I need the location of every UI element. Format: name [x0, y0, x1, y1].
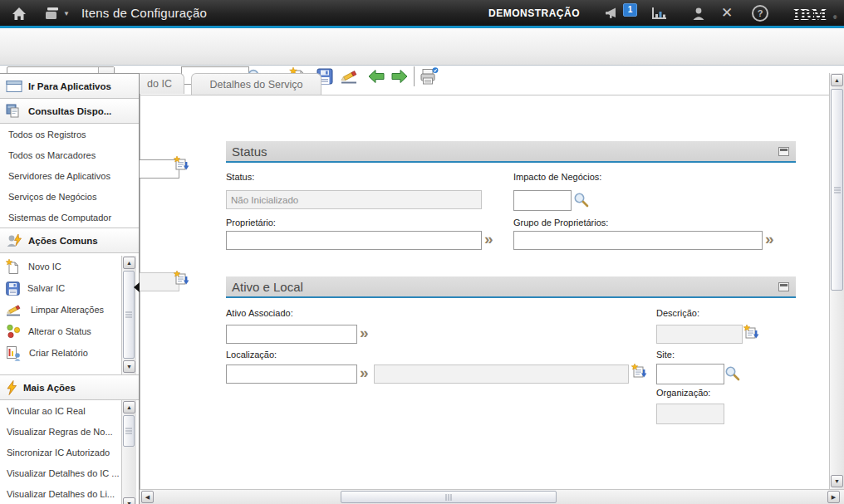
tab-detalhes-do-servico[interactable]: Detalhes do Serviço — [191, 73, 321, 95]
status-label: Status: — [226, 172, 254, 182]
scroll-up-icon[interactable]: ▲ — [123, 257, 135, 269]
ativo-detail-chevrons-icon[interactable]: » — [360, 325, 367, 340]
new-document-icon — [6, 259, 21, 275]
sidebar-item-sistemas-de-computador[interactable]: Sistemas de Computador — [0, 207, 139, 228]
common-actions-scrollbar[interactable]: ▲ ▼ — [121, 256, 136, 374]
tab-baseline — [140, 95, 829, 95]
long-description-icon[interactable] — [174, 156, 189, 175]
sidebar-common-actions-header[interactable]: Ações Comuns — [0, 228, 139, 253]
action-visualizar-detalhes-li[interactable]: Visualizar Detalhes do Li... — [0, 483, 139, 504]
organizacao-input — [656, 404, 724, 424]
sidebar-item-servicos-de-negocios[interactable]: Serviços de Negócios — [0, 186, 139, 207]
action-visualizar-detalhes-ic[interactable]: Visualizar Detalhes do IC ... — [0, 462, 139, 483]
localizacao-label: Localização: — [226, 350, 277, 360]
proprietario-label: Proprietário: — [226, 218, 276, 228]
scroll-down-icon[interactable]: ▼ — [123, 360, 135, 373]
ibm-logo: IBM — [793, 6, 827, 24]
site-input[interactable] — [656, 364, 724, 384]
sidebar: Ir Para Aplicativos Consultas Dispo... T… — [0, 73, 140, 504]
status-section-header[interactable]: Status — [226, 141, 796, 163]
close-icon[interactable]: ✕ — [718, 5, 736, 22]
announcements-icon[interactable] — [604, 5, 622, 22]
sidebar-collapse-icon[interactable] — [134, 282, 140, 292]
clear-changes-icon — [6, 302, 23, 317]
page-title: Itens de Configuração — [81, 6, 207, 20]
action-alterar-o-status[interactable]: Alterar o Status — [0, 321, 139, 342]
ativo-section-header[interactable]: Ativo e Local — [226, 276, 796, 298]
horizontal-scrollbar-thumb[interactable] — [341, 491, 557, 503]
toolbar: ▼ Localizar: ▼ — [0, 28, 844, 66]
impacto-input[interactable] — [513, 190, 572, 211]
scroll-up-icon[interactable]: ▲ — [123, 401, 135, 413]
action-vincular-ao-ic-real[interactable]: Vincular ao IC Real — [0, 400, 139, 421]
site-lookup-icon[interactable] — [724, 365, 740, 384]
change-status-icon — [6, 324, 21, 339]
long-description-icon[interactable] — [631, 364, 647, 383]
notification-badge: 1 — [623, 3, 637, 17]
status-input — [226, 190, 482, 209]
scroll-up-icon[interactable]: ▲ — [831, 74, 843, 86]
vertical-scrollbar-thumb[interactable] — [831, 89, 843, 291]
localizacao-detail-chevrons-icon[interactable]: » — [360, 365, 367, 380]
action-visualizar-regras[interactable]: Visualizar Regras de No... — [0, 421, 139, 442]
long-description-icon[interactable] — [174, 271, 189, 290]
scroll-right-icon[interactable]: ▶ — [827, 491, 840, 503]
grupo-detail-chevrons-icon[interactable]: » — [765, 232, 773, 247]
sidebar-goto-header[interactable]: Ir Para Aplicativos — [0, 74, 139, 99]
print-icon[interactable] — [419, 66, 440, 87]
ibm-logo-registered: ® — [833, 15, 837, 20]
long-description-icon[interactable] — [743, 325, 759, 344]
top-bar: ▼ Itens de Configuração DEMONSTRAÇÃO 1 ✕… — [0, 0, 844, 26]
sidebar-item-todos-os-registros[interactable]: Todos os Registros — [0, 124, 139, 144]
proprietario-detail-chevrons-icon[interactable]: » — [484, 232, 492, 247]
action-sincronizar-ic-autorizado[interactable]: Sincronizar IC Autorizado — [0, 442, 139, 462]
application-window: ▼ Itens de Configuração DEMONSTRAÇÃO 1 ✕… — [0, 0, 844, 504]
more-actions-scroll-thumb[interactable] — [123, 415, 135, 447]
goto-menu-icon[interactable]: ▼ — [43, 5, 71, 22]
common-actions-scroll-thumb[interactable] — [123, 271, 135, 359]
grupo-input[interactable] — [513, 231, 763, 250]
scroll-down-icon[interactable]: ▼ — [123, 497, 135, 504]
next-record-icon[interactable] — [389, 66, 410, 87]
user-icon[interactable] — [689, 5, 708, 22]
impacto-lookup-icon[interactable] — [573, 192, 589, 211]
action-limpar-alteracoes[interactable]: Limpar Alterações — [0, 299, 139, 321]
sidebar-item-todos-os-marcadores[interactable]: Todos os Marcadores — [0, 144, 139, 165]
create-report-icon — [6, 345, 22, 361]
home-icon[interactable] — [10, 5, 28, 22]
chevron-down-icon: ▼ — [63, 10, 70, 17]
organizacao-label: Organização: — [656, 388, 710, 398]
collapse-section-icon[interactable] — [778, 147, 789, 156]
save-icon — [6, 281, 20, 296]
more-actions-list: Vincular ao IC Real Visualizar Regras de… — [0, 400, 139, 504]
vertical-scrollbar[interactable]: ▲ ▼ — [829, 73, 844, 489]
previous-record-icon[interactable] — [366, 66, 387, 87]
common-actions-list: Novo IC Salvar IC Limpar Alterações Alte… — [0, 256, 139, 374]
horizontal-scrollbar[interactable]: ◀ ▶ — [140, 489, 844, 504]
action-criar-relatorio[interactable]: Criar Relatório — [0, 342, 139, 364]
localizacao-descricao-input — [374, 365, 629, 384]
common-actions-icon — [6, 233, 22, 248]
descricao-input — [656, 325, 743, 344]
impacto-label: Impacto de Negócios: — [513, 172, 601, 182]
descricao-label: Descrição: — [656, 308, 699, 318]
action-salvar-ic[interactable]: Salvar IC — [0, 277, 139, 299]
action-novo-ic[interactable]: Novo IC — [0, 256, 139, 277]
sidebar-more-actions-header[interactable]: Mais Ações — [0, 374, 139, 400]
clear-changes-icon[interactable] — [339, 66, 361, 87]
application-window-icon — [6, 80, 22, 93]
sidebar-queries-header[interactable]: Consultas Dispo... — [0, 99, 139, 124]
toolbar-divider — [414, 66, 415, 86]
grupo-label: Grupo de Proprietários: — [513, 218, 608, 228]
sidebar-item-servidores-de-aplicativos[interactable]: Servidores de Aplicativos — [0, 165, 139, 186]
scroll-down-icon[interactable]: ▼ — [831, 475, 843, 487]
more-actions-icon — [6, 380, 17, 395]
proprietario-input[interactable] — [226, 231, 482, 250]
ativo-associado-input[interactable] — [226, 325, 357, 344]
collapse-section-icon[interactable] — [778, 282, 789, 291]
more-actions-scrollbar[interactable]: ▲ ▼ — [121, 400, 136, 504]
reports-icon[interactable] — [650, 5, 668, 22]
help-icon[interactable]: ? — [751, 5, 769, 22]
scroll-left-icon[interactable]: ◀ — [141, 491, 154, 503]
localizacao-input[interactable] — [226, 365, 357, 384]
